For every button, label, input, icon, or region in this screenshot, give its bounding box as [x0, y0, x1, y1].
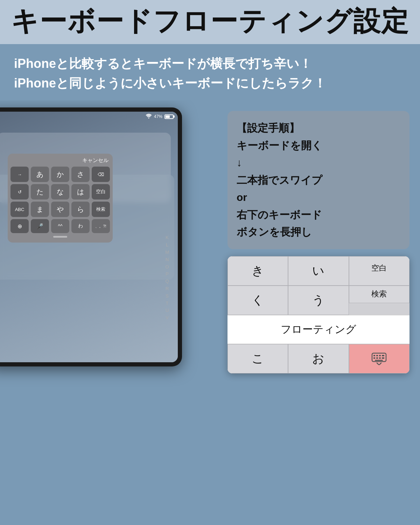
keyboard-row-3: ABC ま や ら 検索	[10, 202, 110, 217]
options-row-3: こ お	[227, 344, 410, 373]
main-content: 47% キャンセル → あ か さ ⌫	[0, 100, 420, 496]
keyboard-hide-button[interactable]	[349, 344, 410, 373]
alpha-k: K	[165, 234, 169, 241]
instructions-text: 【設定手順】 キーボードを開く ↓ 二本指でスワイプ or 右下のキーボード ボ…	[237, 119, 400, 241]
keyboard-icon	[371, 352, 387, 365]
alpha-s: S	[165, 293, 169, 300]
floating-option[interactable]: フローティング	[227, 315, 410, 344]
alphabet-index: K L M N O P Q R S T U V	[165, 234, 169, 322]
key-abc[interactable]: ABC	[10, 202, 29, 217]
option-i[interactable]: い	[288, 256, 349, 286]
ipad-section: 47% キャンセル → あ か さ ⌫	[0, 100, 224, 496]
key-ra[interactable]: ら	[71, 202, 90, 217]
battery-percent: 47%	[154, 114, 162, 119]
keyboard-handle[interactable]	[53, 236, 67, 238]
key-sa[interactable]: さ	[71, 167, 90, 182]
key-wa[interactable]: わ	[71, 219, 90, 233]
battery-icon	[164, 114, 174, 119]
status-bar: 47%	[0, 112, 178, 121]
svg-rect-2	[373, 355, 375, 356]
alpha-o: O	[165, 264, 169, 271]
option-o[interactable]: お	[288, 344, 349, 373]
header: キーボードフローティング設定	[0, 0, 420, 44]
svg-rect-8	[379, 357, 381, 359]
key-na[interactable]: な	[51, 184, 69, 200]
svg-point-0	[148, 117, 149, 118]
key-globe[interactable]: ⊕	[10, 219, 29, 233]
alpha-l: L	[165, 241, 169, 249]
alpha-n: N	[165, 256, 169, 264]
alpha-v: V	[165, 314, 169, 322]
option-ko[interactable]: こ	[227, 344, 288, 373]
wifi-icon	[146, 114, 152, 120]
svg-rect-5	[382, 355, 384, 356]
key-delete[interactable]: ⌫	[92, 167, 110, 182]
key-ya[interactable]: や	[51, 202, 69, 217]
key-ka[interactable]: か	[51, 167, 69, 182]
key-arrow[interactable]: →	[10, 167, 29, 182]
svg-rect-7	[376, 357, 378, 359]
key-ha[interactable]: は	[71, 184, 90, 200]
right-panel: 【設定手順】 キーボードを開く ↓ 二本指でスワイプ or 右下のキーボード ボ…	[224, 100, 420, 496]
alpha-q: Q	[165, 278, 169, 285]
svg-rect-4	[379, 355, 381, 356]
keyboard-row-2: ↺ た な は 空白	[10, 184, 110, 200]
option-u[interactable]: う	[288, 286, 349, 315]
alpha-t: T	[165, 300, 169, 307]
alpha-r: R	[165, 285, 169, 293]
alpha-u: U	[165, 307, 169, 314]
ipad-screen: 47% キャンセル → あ か さ ⌫	[0, 112, 178, 362]
key-ta[interactable]: た	[31, 184, 49, 200]
option-search[interactable]: 検索	[349, 286, 410, 303]
option-space[interactable]: 空白	[349, 256, 410, 286]
option-ki[interactable]: き	[227, 256, 288, 286]
key-mic[interactable]: 🎤	[31, 219, 49, 233]
svg-rect-10	[375, 360, 383, 361]
floating-keyboard-popup[interactable]: キャンセル → あ か さ ⌫ ↺ た な は	[8, 154, 113, 243]
ipad-device: 47% キャンセル → あ か さ ⌫	[0, 107, 182, 366]
key-emoji[interactable]: ^^	[51, 219, 69, 233]
svg-rect-6	[373, 357, 375, 359]
svg-rect-3	[376, 355, 378, 356]
keyboard-row-1: → あ か さ ⌫	[10, 167, 110, 182]
keyboard-row-4: ⊕ 🎤 ^^ わ 、。?!	[10, 219, 110, 233]
page-title: キーボードフローティング設定	[10, 6, 410, 36]
key-search[interactable]: 検索	[92, 202, 110, 217]
key-ma[interactable]: ま	[31, 202, 49, 217]
subtitle-section: iPhoneと比較するとキーボードが横長で打ち辛い！ iPhoneと同じように小…	[0, 44, 420, 101]
keyboard-options-popup[interactable]: き い 空白 く う 検索 フローティング こ お	[227, 256, 410, 373]
instructions-box: 【設定手順】 キーボードを開く ↓ 二本指でスワイプ or 右下のキーボード ボ…	[227, 111, 410, 249]
option-ku[interactable]: く	[227, 286, 288, 315]
key-undo[interactable]: ↺	[10, 184, 29, 200]
alpha-m: M	[165, 249, 169, 256]
key-space[interactable]: 空白	[92, 184, 110, 200]
svg-rect-9	[382, 357, 384, 359]
key-punct[interactable]: 、。?!	[92, 219, 110, 233]
cancel-button[interactable]: キャンセル	[10, 157, 110, 164]
options-row-1: き い 空白	[227, 256, 410, 286]
subtitle-text: iPhoneと比較するとキーボードが横長で打ち辛い！ iPhoneと同じように小…	[14, 54, 406, 93]
key-a[interactable]: あ	[31, 167, 49, 182]
alpha-p: P	[165, 271, 169, 278]
options-row-2: く う 検索	[227, 286, 410, 315]
